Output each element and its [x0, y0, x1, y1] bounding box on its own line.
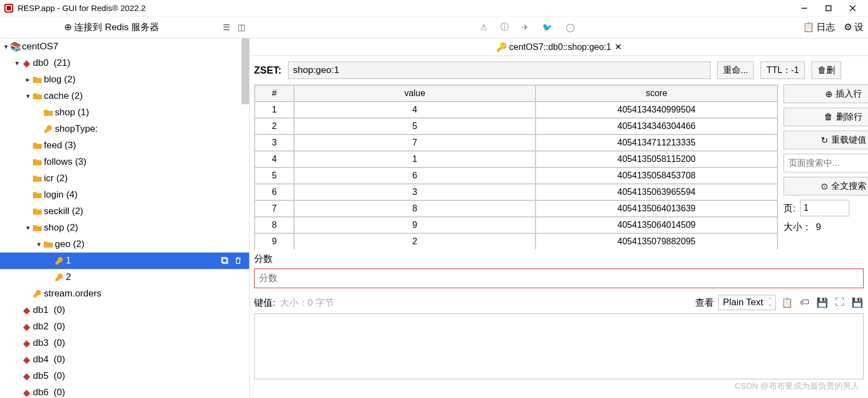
- table-row[interactable]: 894054135064014509: [255, 217, 777, 233]
- github-icon[interactable]: ◯: [566, 23, 575, 32]
- col-num[interactable]: #: [255, 85, 294, 102]
- score-label: 分数: [254, 253, 864, 265]
- zset-table: #valuescore14405413434099950425405413434…: [254, 85, 778, 249]
- page-input[interactable]: [800, 200, 849, 216]
- insert-row-button[interactable]: ⊕插入行: [784, 85, 868, 103]
- tree-db-db6[interactable]: ◆db6 (0): [0, 384, 249, 398]
- page-label: 页:: [784, 202, 796, 215]
- view-format-select[interactable]: Plain Text: [718, 295, 776, 310]
- window-title: RESP.app - GUI for Redis® 2022.2: [18, 3, 793, 13]
- twitter-icon[interactable]: 🐦: [542, 23, 553, 32]
- ttl-button[interactable]: TTL： -1: [760, 61, 805, 79]
- log-button[interactable]: 📋 日志: [803, 21, 835, 33]
- col-value[interactable]: value: [294, 85, 536, 102]
- table-row[interactable]: 254054134346304466: [255, 118, 777, 134]
- key-header: ZSET: 重命... TTL： -1 🗑 删: [250, 56, 868, 85]
- page-search-input[interactable]: [784, 154, 868, 172]
- warning-icon[interactable]: ⚠: [480, 23, 487, 32]
- plus-circle-icon: ⊕: [825, 89, 832, 99]
- table-row[interactable]: 924054135079882095: [255, 233, 777, 249]
- save-icon[interactable]: 💾: [815, 296, 828, 309]
- col-score[interactable]: score: [536, 85, 777, 102]
- tab[interactable]: 🔑 centOS7::db0::shop:geo:1 ✕: [250, 38, 868, 56]
- tree-server[interactable]: ▼📚centOS7: [0, 38, 249, 55]
- disk-icon[interactable]: 💾: [850, 296, 864, 309]
- tree-folder-geo[interactable]: ▼geo (2): [0, 236, 249, 253]
- size-value: 9: [816, 222, 821, 233]
- table-row[interactable]: 784054135064013639: [255, 200, 777, 217]
- close-button[interactable]: [842, 2, 864, 15]
- tree-folder-follows[interactable]: follows (3): [0, 154, 249, 170]
- delete-key-button[interactable]: 🗑 删: [811, 61, 841, 79]
- tree-folder-blog[interactable]: ►blog (2): [0, 71, 249, 88]
- svg-rect-1: [826, 5, 831, 10]
- tree-folder-shop[interactable]: shop (1): [0, 104, 249, 121]
- key-icon: 🔑: [496, 42, 507, 52]
- plus-circle-icon: ⊕: [64, 21, 72, 33]
- rename-button[interactable]: 重命...: [717, 61, 754, 79]
- score-input[interactable]: [254, 268, 864, 288]
- tree-db-db0[interactable]: ▼◆db0 (21): [0, 55, 249, 71]
- panel-icon[interactable]: ◫: [235, 21, 247, 33]
- tab-close-icon[interactable]: ✕: [615, 42, 622, 52]
- gear-icon: ⚙: [844, 21, 852, 33]
- table-row[interactable]: 564054135058453708: [255, 167, 777, 184]
- settings-label: 设: [854, 21, 864, 33]
- tree-folder-login[interactable]: login (4): [0, 187, 249, 203]
- table-row[interactable]: 144054134340999504: [255, 102, 777, 118]
- tree-folder-shop[interactable]: ▼shop (2): [0, 220, 249, 236]
- trash-icon[interactable]: [234, 256, 243, 265]
- telegram-icon[interactable]: ✈: [522, 23, 529, 32]
- key-name-input[interactable]: [288, 61, 711, 79]
- score-section: 分数: [250, 249, 868, 292]
- tree-key-2[interactable]: 2: [0, 269, 249, 285]
- titlebar: RESP.app - GUI for Redis® 2022.2: [0, 0, 868, 16]
- clipboard-icon: 📋: [803, 21, 814, 33]
- settings-button[interactable]: ⚙ 设: [844, 21, 864, 33]
- minimize-button[interactable]: [793, 2, 815, 15]
- tree-key-stream.orders[interactable]: stream.orders: [0, 285, 249, 302]
- help-icon[interactable]: ⓘ: [500, 22, 509, 32]
- log-label: 日志: [816, 21, 835, 33]
- tree-db-db4[interactable]: ◆db4 (0): [0, 351, 249, 368]
- view-label: 查看: [695, 296, 714, 309]
- size-info: 大小： 9: [784, 221, 868, 233]
- tab-title: centOS7::db0::shop:geo:1: [509, 42, 611, 52]
- connect-label: 连接到 Redis 服务器: [74, 21, 159, 33]
- maximize-button[interactable]: [818, 2, 839, 15]
- list-icon[interactable]: ☰: [220, 21, 232, 33]
- tree-key-1[interactable]: 1: [0, 253, 249, 269]
- table-row[interactable]: 634054135063965594: [255, 184, 777, 200]
- kv-label: 键值:: [254, 296, 275, 309]
- copy-icon[interactable]: 📋: [780, 296, 793, 309]
- reload-button[interactable]: ↻重载键值: [784, 131, 868, 149]
- refresh-icon: ↻: [821, 135, 828, 145]
- fulltext-search-button[interactable]: ⊙全文搜索: [784, 177, 868, 195]
- tree-folder-cache[interactable]: ▼cache (2): [0, 88, 249, 104]
- fullscreen-icon[interactable]: ⛶: [833, 296, 846, 309]
- ttl-value: -1: [791, 65, 799, 75]
- tree-folder-icr[interactable]: icr (2): [0, 170, 249, 187]
- tree-folder-feed[interactable]: feed (3): [0, 137, 249, 154]
- tag-icon[interactable]: 🏷: [798, 296, 811, 309]
- keyvalue-bar: 键值: 大小：0 字节 查看 Plain Text 📋 🏷 💾 ⛶ 💾: [250, 292, 868, 313]
- size-label: 大小：: [784, 221, 811, 233]
- main-panel: 🔑 centOS7::db0::shop:geo:1 ✕ ZSET: 重命...…: [250, 38, 868, 398]
- delete-label: 删: [826, 65, 835, 76]
- tree-folder-seckill[interactable]: seckill (2): [0, 203, 249, 220]
- scrollbar-thumb[interactable]: [241, 38, 249, 104]
- value-editor[interactable]: [254, 313, 864, 379]
- tree-db-db5[interactable]: ◆db5 (0): [0, 368, 249, 384]
- tree-key-shopType:[interactable]: shopType:: [0, 121, 249, 137]
- table-row[interactable]: 374054134711213335: [255, 134, 777, 151]
- tree-db-db3[interactable]: ◆db3 (0): [0, 335, 249, 351]
- sidebar: ▼📚centOS7▼◆db0 (21)►blog (2)▼cache (2)sh…: [0, 38, 250, 398]
- tree-db-db1[interactable]: ◆db1 (0): [0, 302, 249, 318]
- connect-button[interactable]: ⊕ 连接到 Redis 服务器: [7, 21, 217, 33]
- table-row[interactable]: 414054135058115200: [255, 151, 777, 167]
- toolbar: ⊕ 连接到 Redis 服务器 ☰ ◫ ⚠ ⓘ ✈ 🐦 ◯ 📋 日志 ⚙ 设: [0, 16, 868, 38]
- delete-row-button[interactable]: 🗑删除行: [784, 108, 868, 126]
- page-info: 页:: [784, 200, 868, 216]
- copy-icon[interactable]: [221, 256, 229, 265]
- tree-db-db2[interactable]: ◆db2 (0): [0, 318, 249, 335]
